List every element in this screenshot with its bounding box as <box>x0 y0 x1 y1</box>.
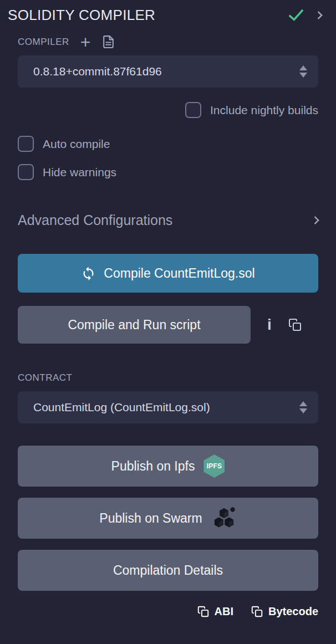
copy-icon[interactable] <box>288 318 302 331</box>
chevron-right-icon <box>314 11 323 19</box>
check-icon <box>288 5 304 21</box>
compile-button[interactable]: Compile CountEmitLog.sol <box>18 254 318 293</box>
compiler-version-value: 0.8.18+commit.87f61d96 <box>33 65 162 78</box>
auto-compile-checkbox[interactable] <box>18 136 34 152</box>
compilation-details-button[interactable]: Compilation Details <box>18 550 318 591</box>
contract-select-value: CountEmitLog (CountEmitLog.sol) <box>33 401 210 414</box>
auto-compile-label[interactable]: Auto compile <box>43 137 110 151</box>
include-nightly-row: Include nightly builds <box>18 102 318 118</box>
include-nightly-label[interactable]: Include nightly builds <box>210 104 318 117</box>
collapse-panel-button[interactable] <box>315 11 322 21</box>
hide-warnings-label[interactable]: Hide warnings <box>43 166 116 179</box>
publish-swarm-button[interactable]: Publish on Swarm <box>18 498 318 539</box>
copy-bytecode-button[interactable]: Bytecode <box>251 605 318 618</box>
contract-section-label: CONTRACT <box>18 372 318 384</box>
bytecode-label: Bytecode <box>268 605 318 618</box>
publish-ipfs-button[interactable]: Publish on Ipfs IPFS <box>18 446 318 487</box>
panel-header: SOLIDITY COMPILER <box>0 0 336 24</box>
footer-copy-row: ABI Bytecode <box>18 605 318 618</box>
compiler-version-select[interactable]: 0.8.18+commit.87f61d96 <box>18 55 318 88</box>
copy-abi-button[interactable]: ABI <box>197 605 233 618</box>
swarm-cubes-icon <box>211 506 237 530</box>
publish-ipfs-label: Publish on Ipfs <box>111 459 195 474</box>
select-arrows-icon <box>299 401 307 413</box>
hide-warnings-row: Hide warnings <box>18 164 318 180</box>
chevron-right-icon <box>311 216 320 225</box>
include-nightly-checkbox[interactable] <box>185 102 201 118</box>
compiler-section-label: COMPILER <box>18 37 69 48</box>
publish-swarm-label: Publish on Swarm <box>99 511 202 526</box>
auto-compile-row: Auto compile <box>18 136 318 152</box>
copy-icon <box>197 606 209 617</box>
select-arrows-icon <box>299 65 307 78</box>
sync-icon <box>81 266 96 281</box>
compiler-label-row: COMPILER + <box>18 35 318 49</box>
page-title: SOLIDITY COMPILER <box>8 7 155 24</box>
compile-and-run-row: Compile and Run script i <box>18 306 318 344</box>
advanced-configurations-label: Advanced Configurations <box>18 212 172 228</box>
compile-button-label: Compile CountEmitLog.sol <box>104 266 254 281</box>
hide-warnings-checkbox[interactable] <box>18 164 34 180</box>
info-icon[interactable]: i <box>267 317 272 333</box>
file-icon[interactable] <box>101 35 115 49</box>
ipfs-icon: IPFS <box>203 454 225 478</box>
compile-and-run-button[interactable]: Compile and Run script <box>18 306 251 344</box>
abi-label: ABI <box>215 605 233 618</box>
contract-select[interactable]: CountEmitLog (CountEmitLog.sol) <box>18 391 318 423</box>
copy-icon <box>251 606 263 617</box>
plus-icon[interactable]: + <box>80 36 91 48</box>
header-icons <box>292 11 323 21</box>
advanced-configurations-toggle[interactable]: Advanced Configurations <box>18 212 318 228</box>
